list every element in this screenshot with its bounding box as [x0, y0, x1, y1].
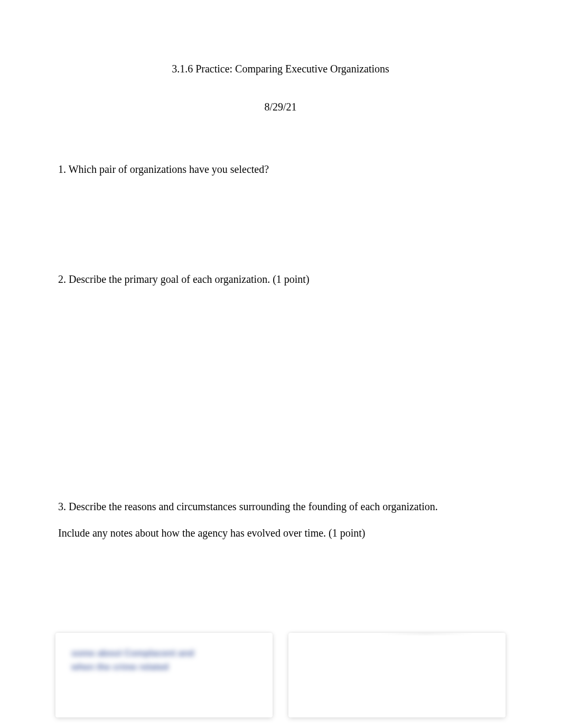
- blurred-line-2: when the crime related: [71, 660, 257, 674]
- question-1: 1. Which pair of organizations have you …: [58, 161, 503, 177]
- preview-card-left: some about Complacent and when the crime…: [55, 633, 273, 717]
- question-3-line2: Include any notes about how the agency h…: [58, 525, 503, 541]
- document-page: 3.1.6 Practice: Comparing Executive Orga…: [0, 0, 561, 541]
- document-date: 8/29/21: [58, 99, 503, 115]
- blurred-preview-text: some about Complacent and when the crime…: [71, 647, 257, 674]
- decorative-line: [379, 633, 474, 634]
- question-2: 2. Describe the primary goal of each org…: [58, 271, 503, 287]
- blurred-line-1: some about Complacent and: [71, 647, 257, 660]
- document-title: 3.1.6 Practice: Comparing Executive Orga…: [58, 61, 503, 77]
- preview-overlay: some about Complacent and when the crime…: [0, 633, 561, 728]
- question-3-line1: 3. Describe the reasons and circumstance…: [58, 499, 503, 514]
- preview-card-right: [288, 633, 506, 717]
